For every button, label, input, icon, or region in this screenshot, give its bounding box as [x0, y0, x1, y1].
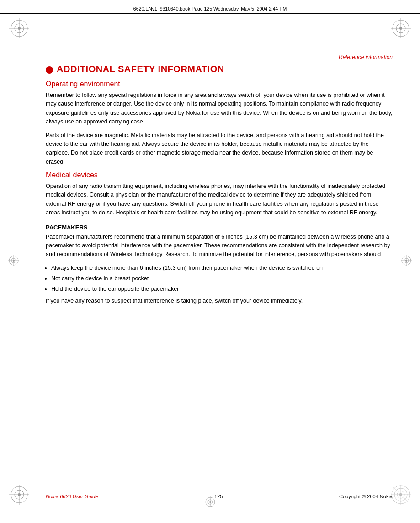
corner-decoration-bl	[9, 485, 29, 505]
subsection-heading-medical: Medical devices	[46, 171, 393, 179]
top-bar-text: 6620.ENv1_9310640.book Page 125 Wednesda…	[133, 6, 287, 11]
red-bullet-icon	[46, 66, 53, 74]
footer-right-text: Copyright © 2004 Nokia	[339, 494, 393, 499]
page-footer: Nokia 6620 User Guide 125 Copyright © 20…	[46, 491, 393, 499]
list-item: Hold the device to the ear opposite the …	[51, 285, 393, 294]
main-content: ADDITIONAL SAFETY INFORMATION Operating …	[46, 64, 393, 477]
side-crosshair-left	[8, 255, 19, 268]
list-item: Always keep the device more than 6 inche…	[51, 264, 393, 272]
corner-decoration-tl	[9, 18, 29, 38]
bottom-crosshair	[205, 496, 216, 509]
footer-page-number: 125	[214, 494, 223, 499]
pacemakers-bullet-list: Always keep the device more than 6 inche…	[51, 264, 393, 294]
section-title-text: ADDITIONAL SAFETY INFORMATION	[57, 64, 224, 75]
section-title-block: ADDITIONAL SAFETY INFORMATION	[46, 64, 393, 75]
medical-para-1: Operation of any radio transmitting equi…	[46, 182, 393, 218]
list-item: Not carry the device in a breast pocket	[51, 274, 393, 283]
side-crosshair-right	[401, 255, 412, 268]
operating-para-1: Remember to follow any special regulatio…	[46, 91, 393, 127]
footer-left-text: Nokia 6620 User Guide	[46, 494, 98, 499]
pacemakers-after-bullets: If you have any reason to suspect that i…	[46, 297, 393, 305]
reference-info-header: Reference information	[339, 54, 393, 60]
page: 6620.ENv1_9310640.book Page 125 Wednesda…	[0, 0, 420, 523]
pacemakers-para-1: Pacemaker manufacturers recommend that a…	[46, 233, 393, 259]
operating-para-2: Parts of the device are magnetic. Metall…	[46, 131, 393, 167]
sub-subsection-heading-pacemakers: PACEMAKERS	[46, 224, 393, 231]
corner-decoration-tr	[391, 18, 411, 38]
corner-decoration-br	[391, 485, 411, 505]
subsection-heading-operating: Operating environment	[46, 80, 393, 88]
top-bar: 6620.ENv1_9310640.book Page 125 Wednesda…	[0, 4, 420, 14]
